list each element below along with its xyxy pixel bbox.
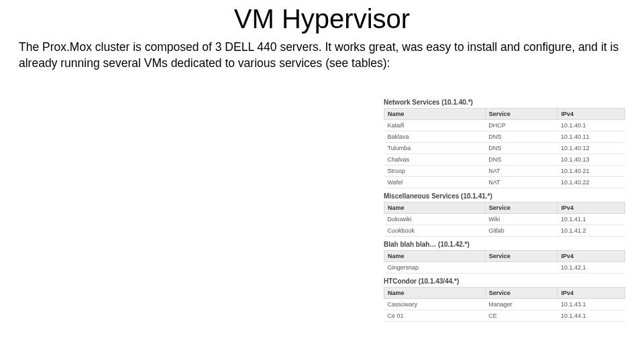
- table-row: Dokuwiki Wiki 10.1.41.1: [384, 214, 625, 225]
- cell-ipv4: 10.1.40.1: [557, 120, 625, 131]
- cell-name: Kataifi: [384, 120, 486, 131]
- cell-service: NAT: [485, 177, 557, 188]
- cell-service: DNS: [485, 131, 557, 143]
- cell-service: DHCP: [485, 120, 557, 131]
- cell-name: Ce 01: [384, 310, 486, 322]
- table-row: Baklava DNS 10.1.40.11: [384, 131, 625, 143]
- cell-service: CE: [485, 310, 557, 322]
- slide: VM Hypervisor The Prox.Mox cluster is co…: [0, 4, 644, 362]
- cell-service: [485, 262, 557, 274]
- cell-name: Stroop: [384, 166, 486, 177]
- intro-text: The Prox.Mox cluster is composed of 3 DE…: [19, 40, 625, 71]
- cell-ipv4: 10.1.41.2: [557, 225, 625, 237]
- col-ipv4: IPv4: [557, 251, 625, 262]
- col-ipv4: IPv4: [557, 288, 625, 299]
- cell-ipv4: 10.1.40.21: [557, 166, 625, 177]
- cell-name: Cassowary: [384, 299, 486, 310]
- col-ipv4: IPv4: [557, 202, 625, 214]
- table-htcondor: Name Service IPv4 Cassowary Manager 10.1…: [384, 287, 625, 322]
- col-ipv4: IPv4: [557, 109, 625, 120]
- group-title: Miscellaneous Services (10.1.41.*): [384, 192, 625, 200]
- cell-service: DNS: [485, 154, 557, 166]
- cell-service: Gitlab: [485, 225, 557, 237]
- tables-panel: Network Services (10.1.40.*) Name Servic…: [384, 95, 625, 322]
- group-title: Blah blah blah… (10.1.42.*): [384, 241, 625, 248]
- col-service: Service: [485, 288, 557, 299]
- cell-name: Chalvas: [384, 154, 486, 166]
- col-name: Name: [384, 251, 486, 262]
- cell-ipv4: 10.1.40.12: [557, 143, 625, 154]
- cell-ipv4: 10.1.40.13: [557, 154, 625, 166]
- table-misc: Name Service IPv4 Dokuwiki Wiki 10.1.41.…: [384, 202, 625, 237]
- table-row: Ce 01 CE 10.1.44.1: [384, 310, 625, 322]
- page-title: VM Hypervisor: [0, 4, 644, 34]
- table-row: Tulumba DNS 10.1.40.12: [384, 143, 625, 154]
- table-row: Cassowary Manager 10.1.43.1: [384, 299, 625, 310]
- cell-service: DNS: [485, 143, 557, 154]
- cell-name: Baklava: [384, 131, 486, 143]
- cell-name: Wafel: [384, 177, 486, 188]
- table-row: Stroop NAT 10.1.40.21: [384, 166, 625, 177]
- col-name: Name: [384, 109, 486, 120]
- table-row: Cookbook Gitlab 10.1.41.2: [384, 225, 625, 237]
- col-service: Service: [485, 109, 557, 120]
- cell-ipv4: 10.1.40.11: [557, 131, 625, 143]
- table-blah: Name Service IPv4 Gingersnap 10.1.42.1: [384, 250, 625, 274]
- table-row: Kataifi DHCP 10.1.40.1: [384, 120, 625, 131]
- cell-name: Dokuwiki: [384, 214, 486, 225]
- cell-name: Gingersnap: [384, 262, 486, 274]
- table-network: Name Service IPv4 Kataifi DHCP 10.1.40.1…: [384, 108, 625, 188]
- cell-name: Tulumba: [384, 143, 486, 154]
- cell-ipv4: 10.1.44.1: [557, 310, 625, 322]
- group-title: HTCondor (10.1.43/44.*): [384, 278, 625, 285]
- cell-ipv4: 10.1.40.22: [557, 177, 625, 188]
- cell-ipv4: 10.1.41.1: [557, 214, 625, 225]
- col-service: Service: [485, 251, 557, 262]
- cell-ipv4: 10.1.43.1: [557, 299, 625, 310]
- col-service: Service: [485, 202, 557, 214]
- cell-service: Manager: [485, 299, 557, 310]
- cell-service: NAT: [485, 166, 557, 177]
- cell-name: Cookbook: [384, 225, 486, 237]
- cell-ipv4: 10.1.42.1: [557, 262, 625, 274]
- table-row: Wafel NAT 10.1.40.22: [384, 177, 625, 188]
- group-title: Network Services (10.1.40.*): [384, 99, 625, 106]
- col-name: Name: [384, 288, 486, 299]
- table-row: Chalvas DNS 10.1.40.13: [384, 154, 625, 166]
- table-row: Gingersnap 10.1.42.1: [384, 262, 625, 274]
- cell-service: Wiki: [485, 214, 557, 225]
- col-name: Name: [384, 202, 486, 214]
